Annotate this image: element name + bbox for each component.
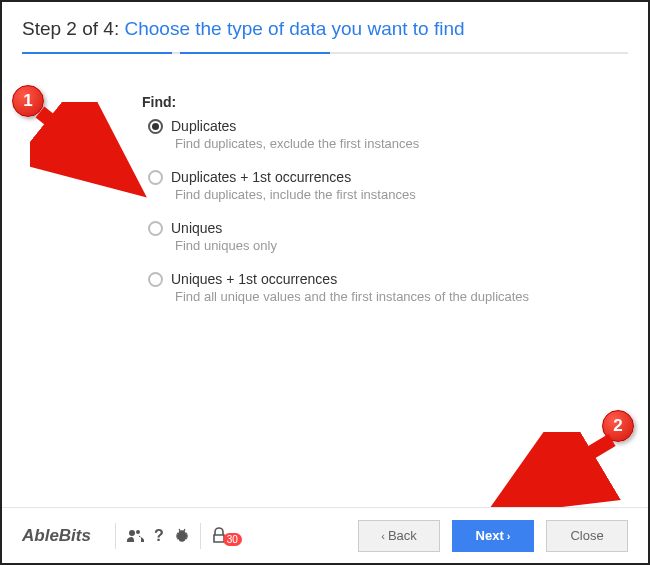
- footer: AbleBits ? 30 ‹ Back Next › Close: [2, 507, 648, 563]
- help-icon[interactable]: ?: [154, 527, 164, 545]
- option-desc: Find uniques only: [175, 238, 582, 253]
- option-label: Duplicates: [171, 118, 236, 134]
- option-uniques[interactable]: Uniques Find uniques only: [142, 220, 582, 253]
- back-button[interactable]: ‹ Back: [358, 520, 440, 552]
- annotation-badge-1: 1: [12, 85, 44, 117]
- option-label: Uniques + 1st occurrences: [171, 271, 337, 287]
- radio-icon: [148, 119, 163, 134]
- find-label: Find:: [142, 94, 582, 110]
- option-duplicates-1st[interactable]: Duplicates + 1st occurrences Find duplic…: [142, 169, 582, 202]
- lock-badge-icon[interactable]: 30: [211, 525, 242, 546]
- option-uniques-1st[interactable]: Uniques + 1st occurrences Find all uniqu…: [142, 271, 582, 304]
- svg-line-1: [508, 440, 612, 502]
- chevron-left-icon: ‹: [381, 530, 385, 542]
- option-label: Uniques: [171, 220, 222, 236]
- step-title: Choose the type of data you want to find: [124, 18, 464, 39]
- radio-icon: [148, 170, 163, 185]
- close-label: Close: [570, 528, 603, 543]
- progress-tabs: [22, 52, 628, 54]
- radio-icon: [148, 272, 163, 287]
- option-duplicates[interactable]: Duplicates Find duplicates, exclude the …: [142, 118, 582, 151]
- option-label: Duplicates + 1st occurrences: [171, 169, 351, 185]
- step-prefix: Step 2 of 4:: [22, 18, 124, 39]
- step-header: Step 2 of 4: Choose the type of data you…: [22, 18, 628, 40]
- option-desc: Find duplicates, exclude the first insta…: [175, 136, 582, 151]
- close-button[interactable]: Close: [546, 520, 628, 552]
- chevron-right-icon: ›: [507, 530, 511, 542]
- option-desc: Find duplicates, include the first insta…: [175, 187, 582, 202]
- annotation-badge-2: 2: [602, 410, 634, 442]
- radio-icon: [148, 221, 163, 236]
- next-button[interactable]: Next ›: [452, 520, 534, 552]
- brand-logo: AbleBits: [22, 526, 91, 546]
- badge-count: 30: [223, 533, 242, 546]
- back-label: Back: [388, 528, 417, 543]
- people-icon[interactable]: [126, 528, 144, 544]
- option-desc: Find all unique values and the first ins…: [175, 289, 582, 304]
- next-label: Next: [476, 528, 504, 543]
- bug-icon[interactable]: [174, 528, 190, 544]
